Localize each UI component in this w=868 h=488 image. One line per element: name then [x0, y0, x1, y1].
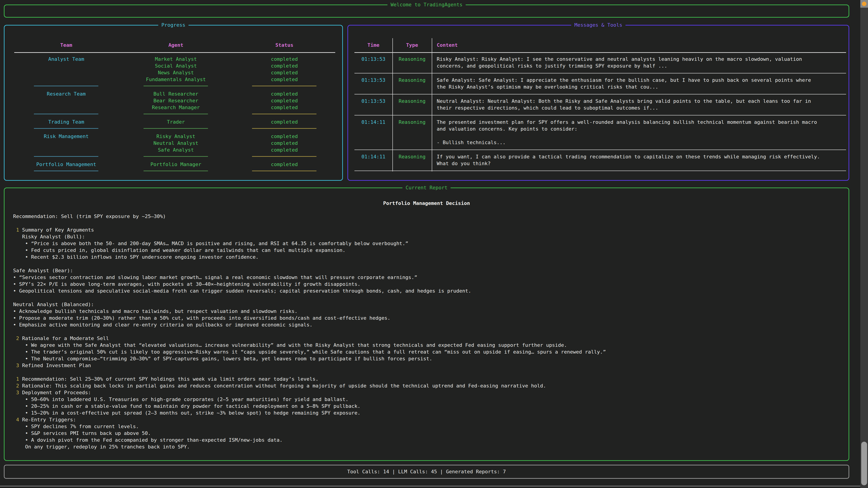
progress-team-name: Research Team: [14, 91, 118, 97]
report-line: • The trader’s original 50% cut is likel…: [13, 349, 606, 355]
report-text: • Emphasize active monitoring and clear …: [13, 322, 313, 328]
scrollbar-track[interactable]: [860, 0, 868, 488]
progress-section-divider: [252, 86, 316, 86]
report-list-number: 1: [16, 376, 19, 382]
report-line: 1 Recommendation: Sell 25–30% of current…: [13, 376, 318, 383]
report-text: [13, 383, 16, 389]
report-text: • 50–60% into laddered U.S. Treasuries o…: [13, 396, 348, 402]
report-text: [13, 376, 16, 382]
progress-section-divider: [34, 128, 98, 129]
report-text: Refined Investment Plan: [19, 363, 91, 368]
scrollbar-thumb[interactable]: [861, 442, 867, 485]
progress-section-divider: [144, 156, 208, 157]
report-line: • The Neutral compromise—“trimming 20–30…: [13, 355, 432, 362]
message-content-line: the Risky Analyst’s optimism may be over…: [437, 84, 846, 90]
message-content-line: and valuation concerns. Key points to co…: [437, 126, 846, 132]
progress-agent-name: Market Analyst: [118, 56, 234, 63]
report-list-number: 2: [16, 335, 19, 341]
progress-agent-name: Research Manager: [118, 104, 234, 111]
report-text: Deployment of Proceeds:: [19, 390, 91, 395]
report-text: • S&P services PMI turns back up above 5…: [13, 430, 151, 436]
report-line: • “Price is above both the 50- and 200-d…: [13, 240, 408, 247]
report-list-number: 1: [16, 227, 19, 233]
report-line: • 50–60% into laddered U.S. Treasuries o…: [13, 396, 348, 403]
progress-agent-status: completed: [234, 133, 335, 140]
report-line: • Propose a moderate trim (20–30%) rathe…: [13, 315, 391, 322]
progress-agent-status: completed: [234, 97, 335, 104]
messages-panel: Messages & Tools Time Type Content 01:13…: [347, 25, 849, 181]
message-content-line: Safe Analyst: Safe Analyst: I appreciate…: [437, 77, 846, 84]
report-line: • Acknowledge bullish technicals and mac…: [13, 308, 298, 315]
report-text: Rationale: This scaling back locks in pa…: [19, 383, 546, 389]
progress-section-divider: [34, 170, 98, 171]
report-line: • S&P services PMI turns back up above 5…: [13, 430, 151, 437]
progress-section-divider: [34, 156, 98, 157]
message-content-line: The presented investment plan for SPY of…: [437, 119, 846, 126]
status-bar: Tool Calls: 14 | LLM Calls: 45 | Generat…: [4, 465, 849, 479]
report-text: • SPY declines 7% from current levels.: [13, 424, 139, 429]
report-text: • A dovish pivot from the Fed accompanie…: [13, 437, 283, 443]
report-list-number: 3: [16, 363, 19, 368]
progress-section-divider: [252, 128, 316, 129]
report-text: • Geopolitical tensions and speculative …: [13, 288, 471, 294]
report-line: • A dovish pivot from the Fed accompanie…: [13, 437, 283, 444]
progress-section-divider: [144, 86, 208, 86]
message-row-divider: [354, 94, 846, 94]
progress-column-team: Team: [14, 42, 118, 48]
message-content-line: What do you think?: [437, 160, 846, 167]
progress-agent-status: completed: [234, 147, 335, 153]
progress-section-divider: [34, 113, 98, 114]
message-type: Reasoning: [393, 119, 432, 126]
message-row-divider: [354, 150, 846, 150]
report-line: 3 Deployment of Proceeds:: [13, 389, 91, 396]
progress-agent-name: Neutral Analyst: [118, 140, 234, 147]
progress-panel: Progress Team Agent Status Analyst TeamM…: [4, 25, 343, 181]
message-content-line: concerns, and geopolitical risks to just…: [437, 63, 846, 69]
progress-section-divider: [144, 113, 208, 114]
report-line: • “Services sector contraction and slowi…: [13, 274, 417, 281]
report-text: Safe Analyst (Bear):: [13, 268, 73, 273]
report-text: • Fed cuts priced in, global disinflatio…: [13, 248, 345, 253]
scroll-button[interactable]: [860, 0, 868, 8]
report-text: • “Services sector contraction and slowi…: [13, 274, 417, 280]
report-line: • Emphasize active monitoring and clear …: [13, 322, 313, 328]
message-row-divider: [354, 73, 846, 73]
report-line: Recommendation: Sell (trim SPY exposure …: [13, 213, 166, 220]
report-text: • Recent $2.3 billion inflows into SPY u…: [13, 254, 258, 260]
report-line: 3 Refined Investment Plan: [13, 362, 91, 369]
report-text: Neutral Analyst (Balanced):: [13, 302, 94, 307]
progress-agent-name: Bull Researcher: [118, 91, 234, 97]
progress-agent-status: completed: [234, 119, 335, 125]
message-content-line: their respective directions, which could…: [437, 105, 846, 111]
message-row-divider: [354, 170, 846, 171]
message-time: 01:13:53: [354, 56, 393, 63]
report-text: Re-Entry Triggers:: [19, 417, 76, 422]
report-text: [13, 390, 16, 395]
report-text: • “Price is above both the 50- and 200-d…: [13, 240, 408, 246]
progress-section-divider: [252, 113, 316, 114]
report-text: • Acknowledge bullish technicals and mac…: [13, 308, 298, 314]
report-text: [13, 335, 16, 341]
message-time: 01:14:11: [354, 153, 393, 160]
progress-agent-status: completed: [234, 91, 335, 97]
message-content-line: Neutral Analyst: Neutral Analyst: Both t…: [437, 98, 846, 105]
progress-team-name: Portfolio Management: [14, 161, 118, 168]
report-list-number: 3: [16, 390, 19, 395]
report-text: • SPY’s 22× P/E is above long-term avera…: [13, 281, 360, 287]
report-line: • Recent $2.3 billion inflows into SPY u…: [13, 254, 258, 260]
report-text: • We agree with the Safe Analyst that “e…: [13, 342, 567, 348]
messages-column-content: Content: [437, 42, 458, 48]
report-line: • We agree with the Safe Analyst that “e…: [13, 342, 567, 349]
orange-indicator-icon: [862, 2, 866, 6]
message-content-line: - Bullish technicals...: [437, 139, 846, 146]
progress-agent-name: Bear Researcher: [118, 97, 234, 104]
message-content-line: Risky Analyst: Risky Analyst: I see the …: [437, 56, 846, 63]
report-line: 1 Summary of Key Arguments: [13, 227, 94, 233]
status-bar-text: Tool Calls: 14 | LLM Calls: 45 | Generat…: [347, 468, 506, 475]
report-line: Neutral Analyst (Balanced):: [13, 301, 94, 308]
progress-agent-name: Portfolio Manager: [118, 161, 234, 168]
message-type: Reasoning: [393, 56, 432, 63]
report-text: • The Neutral compromise—“trimming 20–30…: [13, 356, 432, 361]
terminal-screen: Welcome to TradingAgents Progress Team A…: [0, 0, 868, 488]
progress-header-divider: [14, 52, 335, 53]
